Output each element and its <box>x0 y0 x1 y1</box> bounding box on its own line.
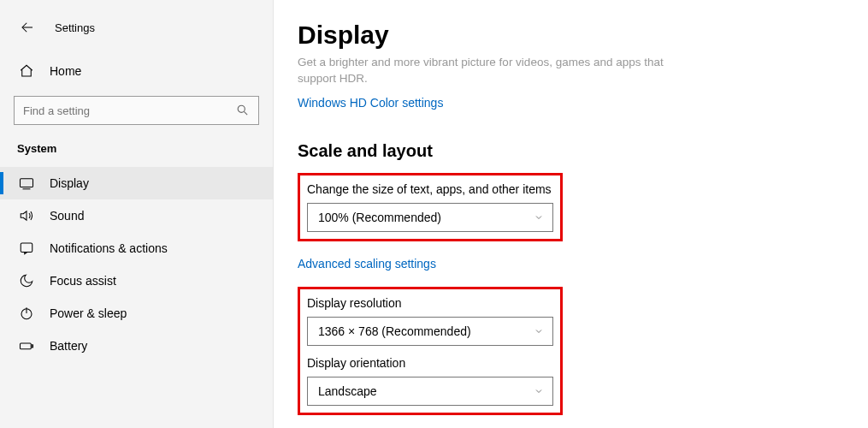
scale-value: 100% (Recommended) <box>318 211 441 224</box>
svg-rect-10 <box>32 345 33 348</box>
search-input[interactable] <box>23 104 236 117</box>
chevron-down-icon <box>534 212 544 223</box>
highlight-box-scale: Change the size of text, apps, and other… <box>298 173 563 241</box>
scale-layout-title: Scale and layout <box>298 141 844 161</box>
sidebar-item-label: Display <box>50 176 89 190</box>
app-title: Settings <box>55 21 95 34</box>
sidebar-item-label: Battery <box>50 339 87 353</box>
sidebar-item-notifications[interactable]: Notifications & actions <box>0 232 273 265</box>
sidebar: Settings Home System Display Sound Not <box>0 0 274 428</box>
sidebar-item-power-sleep[interactable]: Power & sleep <box>0 297 273 330</box>
scale-dropdown[interactable]: 100% (Recommended) <box>307 203 553 232</box>
back-arrow-icon <box>20 20 35 35</box>
display-icon <box>17 175 36 191</box>
power-icon <box>17 306 36 321</box>
svg-marker-5 <box>21 211 27 221</box>
highlight-box-resolution: Display resolution 1366 × 768 (Recommend… <box>298 287 563 415</box>
sidebar-item-label: Power & sleep <box>50 306 127 320</box>
back-button[interactable] <box>17 17 38 38</box>
svg-rect-3 <box>21 179 33 187</box>
sidebar-item-label: Notifications & actions <box>50 241 168 255</box>
chevron-down-icon <box>534 326 544 336</box>
sidebar-item-label: Focus assist <box>50 274 116 288</box>
search-wrap <box>0 89 273 137</box>
main-content: Display Get a brighter and more vibrant … <box>274 0 868 428</box>
sound-icon <box>17 208 36 223</box>
battery-icon <box>17 338 36 354</box>
notifications-icon <box>17 241 36 256</box>
category-title: System <box>0 137 273 167</box>
advanced-scaling-link[interactable]: Advanced scaling settings <box>298 257 436 270</box>
sidebar-item-display[interactable]: Display <box>0 167 273 199</box>
chevron-down-icon <box>534 386 544 396</box>
header-row: Settings <box>0 10 273 45</box>
orientation-label: Display orientation <box>307 356 553 370</box>
sidebar-item-battery[interactable]: Battery <box>0 330 273 362</box>
resolution-label: Display resolution <box>307 296 553 310</box>
resolution-dropdown[interactable]: 1366 × 768 (Recommended) <box>307 317 553 346</box>
svg-rect-6 <box>21 243 32 253</box>
hdr-subtitle: Get a brighter and more vibrant picture … <box>298 55 691 87</box>
hd-color-link[interactable]: Windows HD Color settings <box>298 96 443 110</box>
svg-point-1 <box>238 105 245 112</box>
orientation-dropdown[interactable]: Landscape <box>307 377 553 406</box>
search-icon <box>236 104 250 117</box>
sidebar-item-focus-assist[interactable]: Focus assist <box>0 265 273 297</box>
orientation-value: Landscape <box>318 384 377 398</box>
focus-assist-icon <box>17 273 36 288</box>
svg-rect-9 <box>21 343 32 349</box>
page-title: Display <box>298 21 844 50</box>
home-nav[interactable]: Home <box>0 53 273 89</box>
resolution-value: 1366 × 768 (Recommended) <box>318 324 471 338</box>
home-icon <box>17 63 36 79</box>
sidebar-item-label: Sound <box>50 209 84 223</box>
scale-label: Change the size of text, apps, and other… <box>307 182 553 196</box>
svg-line-2 <box>244 111 247 115</box>
search-box[interactable] <box>14 96 259 125</box>
home-label: Home <box>50 64 81 78</box>
sidebar-item-sound[interactable]: Sound <box>0 199 273 232</box>
